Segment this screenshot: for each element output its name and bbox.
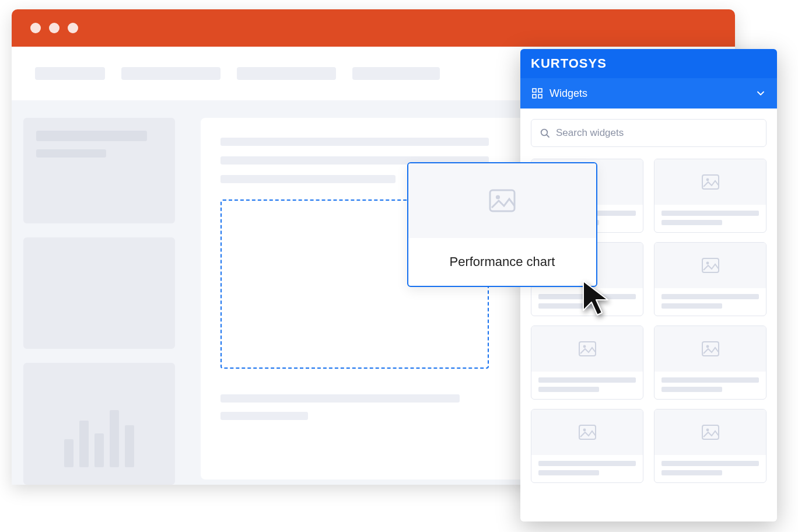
svg-point-19 — [583, 429, 586, 432]
window-close-dot[interactable] — [30, 23, 41, 33]
widgets-grid-icon — [532, 88, 542, 99]
svg-point-13 — [706, 262, 709, 265]
drag-preview-thumb — [408, 163, 596, 238]
widget-thumb — [654, 243, 766, 288]
svg-point-21 — [706, 429, 709, 432]
widget-thumb — [531, 410, 643, 455]
window-title-bar — [12, 9, 735, 47]
widget-card[interactable] — [654, 242, 766, 316]
widget-card[interactable] — [654, 326, 766, 400]
drag-preview-card[interactable]: Performance chart — [407, 162, 597, 287]
widget-thumb — [531, 326, 643, 372]
brand-logo-text: KURTOSYS — [531, 56, 607, 71]
image-icon — [700, 255, 721, 276]
sidebar-card — [23, 118, 175, 223]
image-icon — [700, 338, 721, 359]
toolbar-logo-placeholder — [35, 67, 105, 80]
image-icon — [700, 422, 721, 443]
toolbar-nav-placeholder — [237, 67, 336, 80]
sidebar-card — [23, 237, 175, 349]
window-maximize-dot[interactable] — [68, 23, 78, 33]
drag-preview-label: Performance chart — [408, 238, 596, 286]
widget-card[interactable] — [531, 326, 643, 400]
widget-card[interactable] — [654, 409, 766, 483]
chevron-down-icon — [756, 89, 765, 98]
svg-rect-2 — [533, 94, 536, 98]
window-minimize-dot[interactable] — [49, 23, 60, 33]
search-box[interactable] — [531, 119, 766, 147]
image-icon — [577, 338, 598, 359]
widget-card[interactable] — [531, 409, 643, 483]
svg-line-5 — [547, 135, 549, 137]
svg-rect-3 — [538, 94, 542, 98]
sidebar — [12, 100, 187, 485]
cursor-icon — [581, 279, 614, 320]
widget-card[interactable] — [654, 159, 766, 233]
image-icon — [487, 185, 518, 216]
widget-thumb — [654, 410, 766, 455]
sidebar-chart-card — [23, 363, 175, 485]
svg-point-23 — [496, 195, 500, 199]
panel-brand-bar: KURTOSYS — [520, 49, 777, 78]
panel-section-label: Widgets — [550, 88, 587, 100]
svg-point-9 — [706, 178, 709, 181]
search-input[interactable] — [556, 127, 758, 139]
svg-point-15 — [583, 345, 586, 348]
image-icon — [577, 422, 598, 443]
svg-rect-1 — [538, 89, 542, 92]
search-icon — [540, 128, 550, 138]
svg-point-17 — [706, 345, 709, 348]
svg-rect-0 — [533, 89, 536, 92]
widget-thumb — [654, 326, 766, 372]
toolbar-nav-placeholder — [352, 67, 440, 80]
image-icon — [700, 172, 721, 192]
toolbar-nav-placeholder — [121, 67, 220, 80]
panel-section-header[interactable]: Widgets — [520, 78, 777, 108]
widget-thumb — [654, 159, 766, 205]
